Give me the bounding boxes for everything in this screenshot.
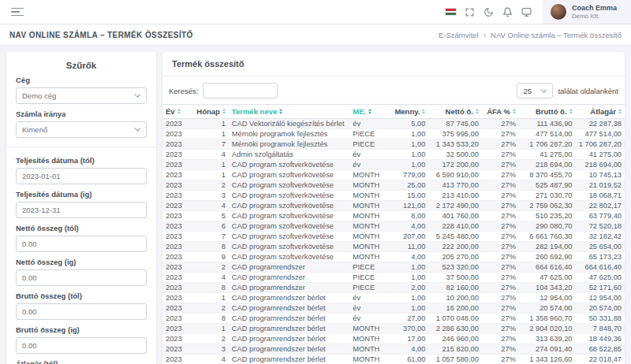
table-cell: 2023 <box>162 150 192 160</box>
column-header-nett-[interactable]: Nettó ö. <box>428 105 481 119</box>
moon-icon[interactable] <box>480 0 498 24</box>
table-cell: 401 760,00 <box>428 211 481 221</box>
table-body: 20231CAD Vektorizáló kiegészítés bérleté… <box>162 119 625 364</box>
table-cell: 27% <box>482 211 519 221</box>
table-cell: 2023 <box>162 160 192 170</box>
table-cell: 16 200,00 <box>428 303 481 314</box>
table-cell: 5,00 <box>386 119 428 129</box>
table-cell: 2023 <box>162 191 192 201</box>
table-cell: CAD programrendszer bérlet <box>229 314 349 324</box>
fullscreen-icon[interactable] <box>461 0 480 24</box>
table-cell: év <box>349 314 386 324</box>
table-cell: 10 745,13 <box>576 170 625 180</box>
table-cell: 4 <box>192 150 229 160</box>
table-cell: 41 275,00 <box>576 150 625 160</box>
table-cell: 27% <box>482 314 519 324</box>
monitor-icon[interactable] <box>517 0 536 24</box>
table-cell: 20 574,00 <box>519 303 576 314</box>
table-row: 20234CAD programrendszerPIECE1,0037 500,… <box>162 273 625 283</box>
hungarian-flag-icon[interactable] <box>442 0 461 24</box>
sort-icon <box>279 109 282 114</box>
table-cell: MONTH <box>349 344 386 355</box>
sort-icon <box>222 109 226 114</box>
filter-input-brutto-osszeg-ig[interactable] <box>16 337 147 354</box>
filter-label-teljesites-datuma-ig: Teljesítés dátuma (ig) <box>16 190 147 199</box>
table-row: 20239CAD program szoftverkövetéseMONTH4,… <box>162 252 625 262</box>
table-cell: CAD program szoftverkövetése <box>229 211 349 221</box>
user-company: Demó Kft. <box>572 13 617 20</box>
table-row: 20238CAD program szoftverkövetéseMONTH11… <box>162 242 625 252</box>
content: Szűrők CégDemo cégSzámla irányaKimenőTel… <box>0 45 631 364</box>
table-row: 20232CAD programrendszer bérletév1,0016 … <box>162 303 625 314</box>
table-row: 20237Mérnöki programok fejlesztésPIECE1,… <box>162 139 625 150</box>
table-cell: 32 182,42 <box>576 232 625 242</box>
table-cell: 6 661 760,30 <box>519 232 576 242</box>
table-cell: 1,00 <box>386 139 428 150</box>
table-row: 20235CAD program szoftverkövetéseMONTH8,… <box>162 211 625 221</box>
filter-input-teljesites-datuma-tol[interactable] <box>16 168 147 184</box>
search-input[interactable] <box>203 83 278 98</box>
filter-label-teljesites-datuma-tol: Teljesítés dátuma (tól) <box>16 156 147 165</box>
filter-select-ceg[interactable]: Demo cég <box>16 87 147 104</box>
filter-select-szamla-iranya[interactable]: Kimenő <box>16 121 147 138</box>
table-cell: 27% <box>482 129 519 139</box>
table-cell: 215 820,00 <box>428 344 481 355</box>
table-toolbar: Keresés: 25 találat oldalanként <box>162 76 625 104</box>
table-cell: 205 270,00 <box>428 252 481 262</box>
column-header-menny-[interactable]: Menny. <box>386 105 428 119</box>
table-cell: 27,00 <box>386 314 428 324</box>
filter-input-netto-osszeg-tol[interactable] <box>16 236 147 252</box>
table-cell: 2 <box>192 303 229 314</box>
column-header--fa-[interactable]: ÁFA % <box>482 105 519 119</box>
table-cell: 222 200,00 <box>428 242 481 252</box>
bell-icon[interactable] <box>498 0 517 24</box>
table-cell: 2023 <box>162 201 192 211</box>
table-cell: CAD programrendszer <box>229 262 349 273</box>
table-header-row: ÉvHónapTermék neveME.Menny.Nettó ö.ÁFA %… <box>162 105 625 119</box>
column-header-me-[interactable]: ME. <box>349 105 386 119</box>
table-cell: 27% <box>482 170 519 180</box>
table-cell: év <box>349 293 386 303</box>
table-cell: 477 514,00 <box>576 129 625 139</box>
table-cell: 664 616,40 <box>519 262 576 273</box>
filter-input-teljesites-datuma-ig[interactable] <box>16 202 147 218</box>
table-cell: 2023 <box>162 119 192 129</box>
avatar <box>551 4 566 20</box>
table-cell: CAD program szoftverkövetése <box>229 221 349 232</box>
page-size-select[interactable]: 25 <box>517 83 553 98</box>
filter-input-brutto-osszeg-tol[interactable] <box>16 303 147 320</box>
table-cell: PIECE <box>349 283 386 293</box>
user-menu[interactable]: Coach Emma Demó Kft. <box>543 0 631 24</box>
table-cell: 8 <box>192 242 229 252</box>
table-cell: 47 625,00 <box>519 273 576 283</box>
filter-label-atlagar-tol: Átlagár (tól) <box>16 359 147 364</box>
column-header-term-k-neve[interactable]: Termék neve <box>229 105 349 119</box>
hamburger-icon[interactable] <box>11 8 24 17</box>
table-cell: 207,00 <box>386 232 428 242</box>
filter-input-netto-osszeg-ig[interactable] <box>16 269 147 286</box>
table-row: 20236CAD program szoftverkövetéseMONTH4,… <box>162 221 625 232</box>
table-cell: CAD program szoftverkövetése <box>229 160 349 170</box>
table-cell: 25 654,00 <box>576 242 625 252</box>
column-header-h-nap[interactable]: Hónap <box>192 105 229 119</box>
table-cell: 4,00 <box>386 221 428 232</box>
table-cell: Mérnöki programok fejlesztés <box>229 139 349 150</box>
table-cell: MONTH <box>349 252 386 262</box>
table-cell: 12 954,00 <box>519 293 576 303</box>
breadcrumb-parent[interactable]: E-Számvitel <box>439 31 479 39</box>
table-cell: CAD programrendszer bérlet <box>229 293 349 303</box>
column-header--v[interactable]: Év <box>162 105 192 119</box>
table-cell: 2 286 630,00 <box>428 324 481 334</box>
table-cell: 1,00 <box>386 129 428 139</box>
table-cell: 27% <box>482 303 519 314</box>
table-cell: 1 343 533,20 <box>428 139 481 150</box>
table-cell: 25,00 <box>386 180 428 191</box>
table-cell: 2023 <box>162 242 192 252</box>
column-header--tlag-r[interactable]: Átlagár <box>576 105 625 119</box>
column-header-brutt-[interactable]: Bruttó ö. <box>519 105 576 119</box>
table-row: 20234Admin szolgáltatásév1,0032 500,0027… <box>162 150 625 160</box>
table-cell: 1 <box>192 293 229 303</box>
table-cell: CAD program szoftverkövetése <box>229 191 349 201</box>
table-cell: CAD programrendszer bérlet <box>229 324 349 334</box>
table-cell: 2 172 490,00 <box>428 201 481 211</box>
